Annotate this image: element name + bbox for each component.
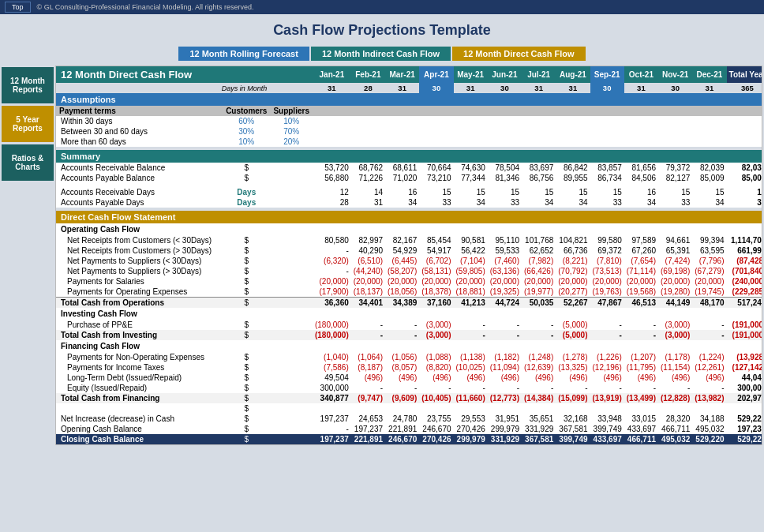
month-jun: Jun-21 [488,66,522,83]
income-tax-row: Payments for Income Taxes $ (7,586) (8,1… [56,362,762,373]
payments-opex-row: Payments for Operating Expenses $ (17,90… [56,287,762,298]
report-title: 12 Month Direct Cash Flow [56,66,313,83]
month-dec: Dec-21 [692,66,726,83]
month-jul: Jul-21 [522,66,556,83]
closing-cash-row: Closing Cash Balance $ 197,237 221,891 2… [56,434,762,444]
ap-days-row: Accounts Payable Days Days 28 31 34 33 3… [56,197,762,208]
financing-section-label: Financing Cash Flow [56,340,762,352]
net-payments-suppliers-gt30-row: Net Payments to Suppliers (> 30Days) $ -… [56,266,762,276]
net-payments-suppliers-lt30-row: Net Payments to Suppliers (< 30Days) $ (… [56,256,762,266]
main-content: 12 Month Direct Cash Flow Jan-21 Feb-21 … [55,66,762,445]
tab-direct-cash-flow[interactable]: 12 Month Direct Cash Flow [452,47,586,61]
month-oct: Oct-21 [624,66,658,83]
dcf-header-row: Direct Cash Flow Statement [56,211,762,223]
month-aug: Aug-21 [556,66,590,83]
total-ops-row: Total Cash from Operations $ 36,360 34,4… [56,298,762,309]
opening-cash-row: Opening Cash Balance $ - 197,237 221,891… [56,424,762,434]
month-nov: Nov-21 [658,66,692,83]
tab-rolling-forecast[interactable]: 12 Month Rolling Forecast [178,47,309,61]
month-may: May-21 [454,66,488,83]
month-apr: Apr-21 [419,66,453,83]
ar-days-row: Accounts Receivable Days Days 12 14 16 1… [56,187,762,197]
sidebar-ratios-charts[interactable]: Ratios & Charts [2,144,54,181]
sidebar-12month-reports[interactable]: 12 Month Reports [2,67,54,103]
top-button[interactable]: Top [5,2,31,13]
net-receipts-lt30-row: Net Receipts from Customers (< 30Days) $… [56,235,762,245]
net-increase-row: Net Increase (decrease) in Cash $ 197,23… [56,414,762,424]
ar-balance-row: Accounts Receivable Balance $ 53,720 68,… [56,163,762,173]
days-row: Days in Month 31 28 31 30 31 30 31 31 30… [56,83,762,93]
lt-debt-row: Long-Term Debt (Issued/Repaid) $ 49,504 … [56,373,762,383]
month-mar: Mar-21 [385,66,419,83]
non-opex-row: Payments for Non-Operating Expenses $ (1… [56,352,762,362]
total-financing-row: Total Cash from Financing $ 340,877 (9,7… [56,393,762,403]
payment-terms-row: Payment terms Customers Suppliers [56,106,762,116]
sidebar-5year-reports[interactable]: 5 Year Reports [2,106,54,142]
month-total: Total Year [727,66,762,83]
summary-header-row: Summary [56,150,762,163]
month-jan: Jan-21 [313,66,351,83]
assumptions-row-3: More than 60 days 10% 20% [56,137,762,147]
sidebar: 12 Month Reports 5 Year Reports Ratios &… [2,66,54,445]
operating-section-label: Operating Cash Flow [56,223,762,235]
equity-row: Equity (Issued/Repaid) $ 300,000 - - - -… [56,383,762,393]
nav-tabs: 12 Month Rolling Forecast 12 Month Indir… [0,43,764,66]
copyright: © GL Consulting-Professional Financial M… [37,3,254,11]
top-bar: Top © GL Consulting-Professional Financi… [0,0,764,14]
payments-salaries-row: Payments for Salaries $ (20,000) (20,000… [56,276,762,287]
investing-section-label: Investing Cash Flow [56,308,762,320]
ppe-row: Purchase of PP&E $ (180,000) - - (3,000)… [56,320,762,330]
ap-balance-row: Accounts Payable Balance $ 56,880 71,226… [56,173,762,183]
net-receipts-gt30-row: Net Receipts from Customers (> 30Days) $… [56,245,762,256]
assumptions-header-row: Assumptions [56,93,762,106]
total-investing-row: Total Cash from Investing $ (180,000) - … [56,330,762,340]
page-title: Cash Flow Projections Template [0,14,764,43]
month-sep: Sep-21 [590,66,624,83]
tab-indirect-cash-flow[interactable]: 12 Month Indirect Cash Flow [311,47,451,61]
assumptions-row-2: Between 30 and 60 days 30% 70% [56,126,762,137]
month-feb: Feb-21 [351,66,385,83]
empty-dollar-row: $ [56,403,762,414]
assumptions-row-1: Within 30 days 60% 10% [56,116,762,126]
